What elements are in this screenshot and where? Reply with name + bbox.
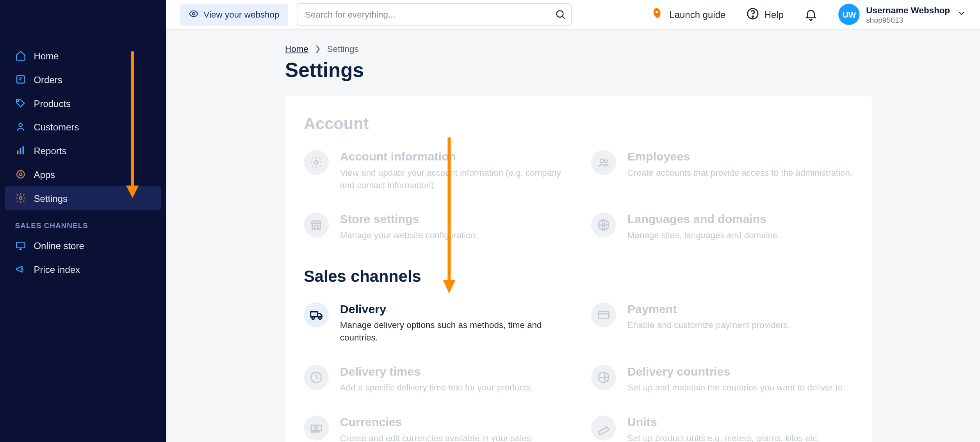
tile-title: Employees: [627, 150, 852, 164]
clock-icon: [304, 365, 329, 390]
svg-point-8: [19, 197, 22, 200]
sidebar-item-online-store[interactable]: Online store: [0, 233, 166, 257]
user-text: Username Webshop shop95013: [866, 5, 950, 25]
sidebar-item-home[interactable]: Home: [0, 44, 166, 68]
sidebar-item-label: Reports: [34, 145, 66, 156]
svg-rect-5: [23, 146, 24, 154]
svg-rect-4: [20, 148, 21, 155]
tile-store-settings[interactable]: Store settings Manage your website confi…: [304, 213, 566, 242]
svg-rect-9: [16, 242, 25, 248]
tile-desc: View and update your account information…: [340, 166, 566, 191]
tile-title: Delivery countries: [627, 365, 845, 379]
eye-icon: [189, 9, 199, 20]
tile-units[interactable]: Units Set up product units e.g. meters, …: [591, 415, 853, 442]
tile-title: Units: [627, 415, 819, 429]
svg-rect-3: [17, 151, 18, 155]
svg-point-20: [319, 317, 321, 319]
sidebar-item-label: Products: [34, 98, 71, 108]
svg-point-6: [17, 171, 24, 178]
truck-icon: [304, 302, 329, 327]
tile-languages-domains[interactable]: Languages and domains Manage sites, lang…: [591, 213, 853, 242]
tile-title: Delivery times: [340, 365, 533, 379]
tile-delivery-countries[interactable]: Delivery countries Set up and maintain t…: [591, 365, 853, 394]
chart-icon: [15, 145, 26, 156]
tile-account-information[interactable]: Account information View and update your…: [304, 150, 566, 192]
svg-rect-21: [598, 311, 608, 318]
svg-point-17: [604, 160, 607, 162]
tile-title: Store settings: [340, 213, 478, 226]
breadcrumb: Home ❯ Settings: [285, 44, 872, 54]
help-icon: [746, 7, 759, 22]
tile-desc: Enable and customize payment providers.: [627, 319, 790, 331]
rocket-icon: [650, 7, 664, 22]
svg-point-25: [315, 426, 317, 429]
svg-point-19: [312, 317, 314, 319]
sidebar-item-apps[interactable]: Apps: [0, 162, 166, 186]
search-input[interactable]: [297, 4, 572, 26]
svg-point-11: [557, 11, 563, 18]
gear-icon: [304, 150, 329, 175]
launch-guide-link[interactable]: Launch guide: [650, 7, 725, 22]
tile-currencies[interactable]: Currencies Create and edit currencies av…: [304, 415, 566, 442]
breadcrumb-current: Settings: [327, 44, 358, 54]
gear-icon: [15, 192, 26, 204]
sidebar-item-label: Home: [34, 50, 59, 61]
sidebar-section-label: SALES CHANNELS: [0, 210, 166, 234]
tile-delivery[interactable]: Delivery Manage delivery options such as…: [304, 302, 566, 344]
svg-point-16: [600, 159, 604, 162]
page-title: Settings: [285, 59, 872, 82]
tile-delivery-times[interactable]: Delivery times Add a specific delivery t…: [304, 365, 566, 394]
tile-title: Payment: [627, 302, 790, 316]
money-icon: [304, 415, 329, 440]
topbar: View your webshop Launch guide Help: [166, 0, 980, 30]
people-icon: [591, 150, 616, 175]
user-name: Username Webshop: [866, 5, 950, 16]
sidebar-item-reports[interactable]: Reports: [0, 139, 166, 162]
tile-employees[interactable]: Employees Create accounts that provide a…: [591, 150, 853, 192]
help-link[interactable]: Help: [746, 7, 784, 22]
chevron-right-icon: ❯: [314, 44, 321, 53]
sidebar-item-customers[interactable]: Customers: [0, 115, 166, 139]
view-webshop-button[interactable]: View your webshop: [180, 4, 288, 25]
breadcrumb-home[interactable]: Home: [285, 44, 308, 54]
launch-guide-label: Launch guide: [669, 9, 725, 20]
user-menu[interactable]: UW Username Webshop shop95013: [839, 4, 966, 25]
tile-title: Currencies: [340, 415, 566, 429]
sidebar-item-price-index[interactable]: Price index: [0, 257, 166, 281]
tag-icon: [15, 98, 26, 109]
globe-icon: [591, 213, 616, 238]
orders-icon: [15, 74, 26, 85]
section-title-account: Account: [304, 114, 853, 134]
tile-payment[interactable]: Payment Enable and customize payment pro…: [591, 302, 853, 344]
notifications-button[interactable]: [804, 7, 818, 22]
megaphone-icon: [15, 264, 26, 275]
chevron-down-icon: [956, 8, 966, 21]
sidebar-item-orders[interactable]: Orders: [0, 68, 166, 91]
sidebar-item-products[interactable]: Products: [0, 91, 166, 115]
svg-rect-26: [598, 426, 609, 435]
svg-rect-24: [311, 425, 321, 431]
user-subtext: shop95013: [866, 15, 950, 24]
tile-title: Languages and domains: [627, 213, 779, 226]
main: View your webshop Launch guide Help: [166, 0, 980, 442]
tile-desc: Manage delivery options such as methods,…: [340, 319, 566, 344]
sidebar: Home Orders Products Customers Reports: [0, 0, 166, 442]
sidebar-item-label: Settings: [34, 193, 68, 203]
search-icon[interactable]: [553, 7, 568, 22]
tile-title: Account information: [340, 150, 566, 164]
tile-desc: Manage sites, languages and domains.: [627, 229, 779, 241]
avatar: UW: [839, 4, 860, 25]
help-label: Help: [764, 9, 784, 20]
svg-point-14: [752, 16, 753, 17]
tile-title: Delivery: [340, 302, 566, 316]
tile-desc: Create and edit currencies available in …: [340, 431, 566, 442]
home-icon: [15, 50, 26, 61]
sidebar-item-settings[interactable]: Settings: [5, 186, 161, 210]
ruler-icon: [591, 415, 616, 440]
search-wrap: [297, 4, 572, 26]
svg-point-1: [18, 101, 19, 102]
sidebar-item-label: Apps: [34, 169, 55, 180]
svg-point-2: [19, 123, 22, 127]
apps-icon: [15, 169, 26, 180]
svg-point-15: [314, 160, 318, 164]
